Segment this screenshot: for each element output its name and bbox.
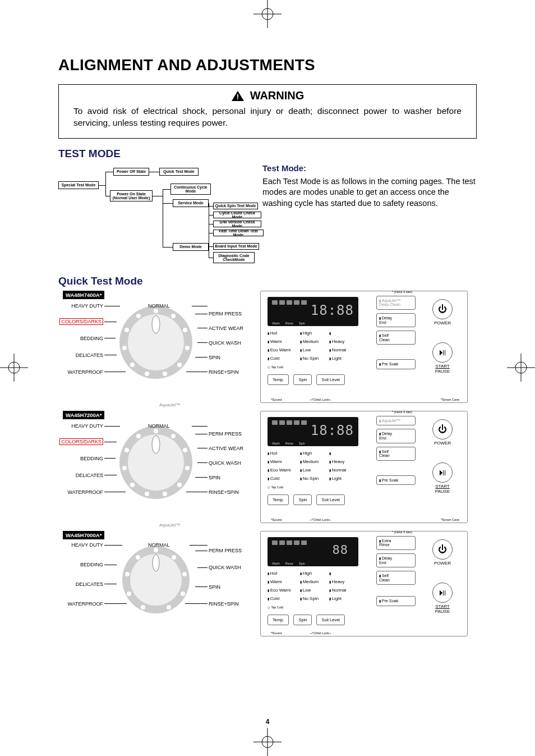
soil-button[interactable]: Soil Level [316, 374, 345, 385]
spin-button-2[interactable]: Spin [293, 494, 312, 505]
power-label-3: POWER [432, 561, 453, 566]
delay-button-3[interactable]: Delay End [376, 553, 416, 567]
self-clean-button-2[interactable]: Self Clean [376, 447, 416, 461]
pause-label-3: PAUSE [435, 609, 450, 614]
delay-button-2[interactable]: Delay End [376, 429, 416, 443]
control-panel-2: * (Hold 3 sec) 18:88 WashRinseSpin HotHi… [260, 411, 468, 523]
page-number: 4 [266, 718, 270, 726]
pause-label: PAUSE [435, 369, 450, 374]
lbl-colors: COLORS/DARKS [59, 318, 103, 325]
svg-point-25 [130, 363, 135, 367]
svg-point-16 [154, 309, 158, 313]
lbl-active: ACTIVE WEAR [209, 326, 243, 331]
temp-button-2[interactable]: Temp. [268, 494, 289, 505]
lbl2-heavy: HEAVY DUTY [71, 423, 103, 429]
start-pause-button-2[interactable]: ⏯ [432, 462, 453, 483]
page-title: ALIGNMENT AND ADJUSTMENTS [58, 56, 477, 74]
tap-cold: ◇ Tap Cold [268, 365, 283, 369]
option-grid: HotHigh WarmMediumHeavy Eco WarmLowNorma… [268, 331, 356, 361]
lbl-waterproof: WATERPROOF [68, 369, 104, 375]
presoak-button-3[interactable]: Pre Soak [376, 596, 416, 606]
test-mode-subheading: Test Mode: [262, 163, 477, 173]
aquajet-button-2[interactable]: AquaJet™ [376, 416, 416, 426]
lbl2-perm: PERM PRESS [209, 431, 242, 437]
fc-contcycle: Continuous Cycle Mode [170, 184, 211, 195]
delay-button[interactable]: Delay End [376, 313, 416, 327]
lbl-normal: NORMAL [148, 303, 170, 309]
svg-point-41 [152, 436, 160, 453]
svg-point-51 [127, 592, 131, 596]
registration-mark-top [253, 0, 282, 28]
svg-point-30 [154, 429, 158, 433]
fc-diag: Diagnostic Code CheckMode [213, 252, 255, 263]
temp-button-3[interactable]: Temp. [268, 615, 289, 625]
svg-point-17 [171, 314, 176, 318]
svg-point-52 [141, 605, 145, 610]
smart-care-label: *Smart Care [441, 398, 459, 401]
presoak-button-2[interactable]: Pre Soak [376, 475, 416, 485]
temp-button[interactable]: Temp. [268, 374, 289, 385]
power-button[interactable]: ⏻ [432, 299, 453, 319]
start-pause-button[interactable]: ⏯ [432, 342, 453, 363]
spin-button-3[interactable]: Spin [293, 615, 312, 625]
lbl2-active: ACTIVE WEAR [209, 446, 243, 451]
quick-test-mode-heading: Quick Test Mode [58, 275, 477, 287]
lbl2-spin: SPIN [209, 475, 220, 480]
display-1: 18:88 WashRinseSpin [268, 297, 358, 326]
start-pause-button-3[interactable]: ⏯ [432, 583, 453, 603]
fc-boardinput: Board Input Test Mode [213, 243, 259, 250]
lbl2-bedding: BEDDING [80, 456, 103, 461]
svg-point-39 [130, 483, 135, 487]
test-mode-heading: TEST MODE [58, 148, 477, 160]
svg-point-37 [124, 448, 129, 452]
soil-button-3[interactable]: Soil Level [316, 615, 345, 625]
spin-button[interactable]: Spin [293, 374, 312, 385]
self-clean-button[interactable]: Self Clean [376, 331, 416, 345]
fc-fasttime: Fast Time Down Test Mode [213, 230, 264, 236]
aquajet-deep-button[interactable]: AquaJet™ Deep Clean [376, 296, 416, 310]
display-2: 18:88 WashRinseSpin [268, 417, 358, 446]
svg-point-35 [163, 492, 167, 496]
fc-special: Special Test Mode [58, 181, 99, 189]
dial-1 [117, 303, 195, 382]
lbl2-colors: COLORS/DARKS [59, 438, 103, 445]
childlock-label: *Child Lock [310, 398, 331, 401]
lbl2-normal: NORMAL [148, 423, 170, 429]
hold-3sec: * (Hold 3 sec) [392, 290, 412, 294]
start-label-2: START [432, 484, 453, 489]
presoak-button[interactable]: Pre Soak [376, 359, 416, 369]
svg-point-34 [177, 483, 182, 487]
warning-label: WARNING [250, 89, 305, 102]
svg-point-47 [181, 592, 185, 596]
lbl3-normal: NORMAL [148, 542, 170, 548]
fc-quickspin: Quick Spin Test Mode [213, 203, 258, 209]
svg-point-48 [167, 605, 171, 610]
lbl3-rinse: RINSE+SPIN [209, 601, 239, 607]
svg-point-38 [122, 466, 127, 470]
aquajet-sub-2: AquaJet™ [159, 523, 180, 528]
start-label: START [432, 364, 453, 369]
lbl3-quickwash: QUICK WASH [209, 565, 241, 570]
sound-label-2: *Sound [271, 518, 282, 521]
option-grid-2: HotHigh WarmMediumHeavy Eco WarmLowNorma… [268, 451, 356, 481]
display-3: 88 WashRinseSpin [268, 537, 358, 566]
start-label-3: START [432, 604, 453, 609]
svg-point-18 [183, 328, 187, 332]
svg-point-23 [124, 328, 129, 332]
lbl3-perm: PERM PRESS [209, 548, 242, 553]
soil-button-2[interactable]: Soil Level [316, 494, 345, 505]
registration-mark-right [507, 354, 535, 382]
svg-point-24 [122, 346, 127, 350]
svg-point-40 [145, 492, 149, 496]
option-grid-3: HotHigh WarmMediumHeavy Eco WarmLowNorma… [268, 571, 356, 601]
power-button-2[interactable]: ⏻ [432, 419, 453, 439]
hold-3sec-2: * (Hold 3 sec) [392, 410, 412, 414]
extra-rinse-button[interactable]: Extra Rinse [376, 536, 416, 550]
lbl2-waterproof: WATERPROOF [68, 489, 104, 495]
childlock-label-2: *Child Lock [310, 518, 331, 521]
self-clean-button-3[interactable]: Self Clean [376, 571, 416, 585]
power-button-3[interactable]: ⏻ [432, 539, 453, 560]
lbl-perm: PERM PRESS [209, 311, 242, 317]
svg-point-20 [177, 363, 182, 367]
power-label: POWER [432, 320, 453, 326]
